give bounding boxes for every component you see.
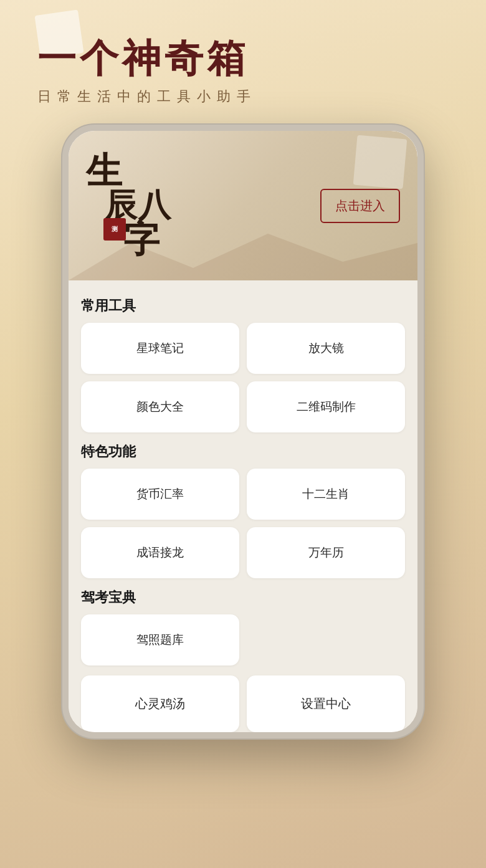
tool-card-colors[interactable]: 颜色大全 bbox=[81, 381, 239, 432]
banner: 生 辰八 字 测 点击进入 bbox=[69, 131, 417, 280]
enter-button[interactable]: 点击进入 bbox=[320, 189, 400, 223]
section-title-features: 特色功能 bbox=[81, 442, 405, 461]
title-row2: 辰八 bbox=[105, 189, 172, 222]
banner-seal: 测 bbox=[103, 218, 126, 241]
section-title-driving: 驾考宝典 bbox=[81, 588, 405, 607]
common-tools-grid: 星球笔记 放大镜 颜色大全 二维码制作 bbox=[81, 323, 405, 432]
phone-inner: 生 辰八 字 测 点击进入 常用工具 星球笔记 放大镜 颜色大全 二维码 bbox=[69, 131, 417, 732]
sub-title: 日常生活中的工具小助手 bbox=[37, 87, 449, 106]
banner-deco bbox=[353, 135, 407, 189]
bottom-row: 心灵鸡汤 设置中心 bbox=[81, 675, 405, 732]
content-area: 常用工具 星球笔记 放大镜 颜色大全 二维码制作 特色功能 货币汇率 十二生肖 … bbox=[69, 280, 417, 732]
title-row3: 字 bbox=[123, 222, 172, 258]
tool-card-driving-test[interactable]: 驾照题库 bbox=[81, 614, 239, 665]
tool-card-qrcode[interactable]: 二维码制作 bbox=[247, 381, 405, 432]
features-grid: 货币汇率 十二生肖 成语接龙 万年历 bbox=[81, 469, 405, 578]
tool-card-calendar[interactable]: 万年历 bbox=[247, 527, 405, 578]
driving-grid: 驾照题库 bbox=[81, 614, 405, 665]
tool-card-inspiration[interactable]: 心灵鸡汤 bbox=[81, 675, 239, 732]
section-title-common-tools: 常用工具 bbox=[81, 297, 405, 315]
title-row1: 生 bbox=[86, 153, 172, 189]
tool-card-notes[interactable]: 星球笔记 bbox=[81, 323, 239, 374]
tool-card-magnifier[interactable]: 放大镜 bbox=[247, 323, 405, 374]
main-title: 一个神奇箱 bbox=[37, 37, 449, 80]
tool-card-settings[interactable]: 设置中心 bbox=[247, 675, 405, 732]
tool-card-idiom[interactable]: 成语接龙 bbox=[81, 527, 239, 578]
tool-card-exchange[interactable]: 货币汇率 bbox=[81, 469, 239, 520]
tool-card-zodiac[interactable]: 十二生肖 bbox=[247, 469, 405, 520]
banner-title: 生 辰八 字 bbox=[86, 153, 172, 258]
phone-mockup: 生 辰八 字 测 点击进入 常用工具 星球笔记 放大镜 颜色大全 二维码 bbox=[62, 125, 424, 738]
seal-text: 测 bbox=[112, 225, 118, 234]
header-section: 一个神奇箱 日常生活中的工具小助手 bbox=[0, 0, 486, 125]
